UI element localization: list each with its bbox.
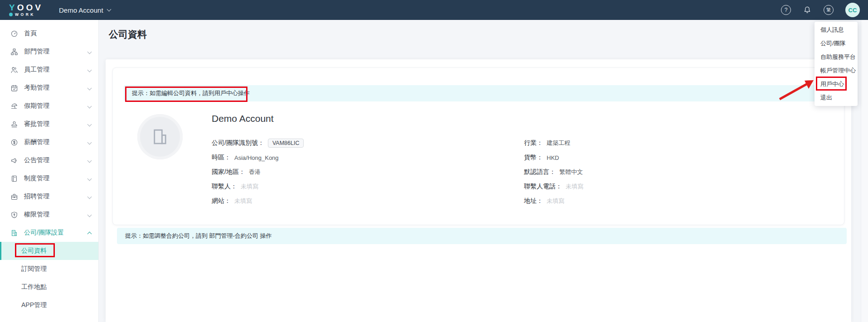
sidebar-item-label: 考勤管理 <box>24 84 49 92</box>
users-icon <box>10 66 18 74</box>
notification-bell-icon[interactable] <box>803 5 812 14</box>
chevron-down-icon <box>107 7 111 11</box>
field-row-address: 地址： 未填寫 <box>524 194 583 208</box>
sidebar-item-label: 假期管理 <box>24 102 49 110</box>
chevron-down-icon <box>87 67 92 72</box>
chevron-down-icon <box>87 49 92 54</box>
sidebar-item-home[interactable]: 首頁 <box>0 24 98 43</box>
edit-tip-text: 提示：如需編輯公司資料，請到用戶中心操作 <box>132 89 250 97</box>
company-name: Demo Account <box>212 113 274 124</box>
sidebar-item-company-settings[interactable]: 公司/團隊設置 <box>0 224 98 242</box>
sidebar-subitem-company-profile[interactable]: 公司資料 <box>0 242 98 260</box>
vertical-scrollbar[interactable] <box>861 20 868 322</box>
sidebar-item-label: 公告管理 <box>24 156 49 164</box>
field-row-currency: 貨幣： HKD <box>524 150 583 165</box>
menu-item-self-service[interactable]: 自助服務平台 <box>815 50 858 64</box>
account-switcher[interactable]: Demo Account <box>59 6 111 14</box>
company-avatar <box>137 114 183 159</box>
content-panel: 提示：如需編輯公司資料，請到用戶中心操作 Demo Account 公司/團隊識… <box>106 59 851 322</box>
sidebar-subitem-subscription[interactable]: 訂閱管理 <box>0 260 98 278</box>
language-icon[interactable]: 繁 <box>824 5 834 15</box>
sidebar-item-label: 權限管理 <box>24 211 49 219</box>
account-switcher-label: Demo Account <box>59 6 103 14</box>
field-row-country: 國家/地區： 香港 <box>212 165 304 179</box>
chevron-down-icon <box>87 104 92 108</box>
field-row-contact-phone: 聯繫人電話： 未填寫 <box>524 179 583 194</box>
sidebar-item-permissions[interactable]: 權限管理 <box>0 206 98 224</box>
chevron-down-icon <box>87 176 92 181</box>
menu-item-user-center[interactable]: 用戶中心 <box>815 77 858 91</box>
sidebar-item-approvals[interactable]: 審批管理 <box>0 115 98 133</box>
field-row-timezone: 時區： Asia/Hong_Kong <box>212 150 304 165</box>
sidebar-item-label: 制度管理 <box>24 174 49 183</box>
edit-tip-banner: 提示：如需編輯公司資料，請到用戶中心操作 <box>124 85 833 101</box>
logo-wordmark: YOOV <box>9 3 48 12</box>
logo-dot-icon <box>9 13 13 16</box>
chevron-down-icon <box>87 140 92 144</box>
shield-key-icon <box>10 211 18 219</box>
company-fields-left: 公司/團隊識別號： VAM86LIC 時區： Asia/Hong_Kong 國家… <box>212 136 304 208</box>
company-id-badge: VAM86LIC <box>268 139 304 148</box>
field-row-contact: 聯繫人： 未填寫 <box>212 179 304 194</box>
field-row-default-language: 默認語言： 繁體中文 <box>524 165 583 179</box>
sidebar-subitem-label: 公司資料 <box>21 247 47 255</box>
stamp-icon <box>10 120 18 128</box>
chevron-down-icon <box>87 158 92 163</box>
building-icon <box>10 229 18 237</box>
field-row-website: 網站： 未填寫 <box>212 194 304 208</box>
user-dropdown-menu: 個人訊息 公司/團隊 自助服務平台 帳戶管理中心 用戶中心 退出 <box>815 22 858 106</box>
sidebar-item-employees[interactable]: 員工管理 <box>0 61 98 79</box>
menu-item-company-team[interactable]: 公司/團隊 <box>815 37 858 50</box>
sidebar-item-label: 公司/團隊設置 <box>24 229 64 237</box>
company-info-card: 提示：如需編輯公司資料，請到用戶中心操作 Demo Account 公司/團隊識… <box>112 67 844 225</box>
sidebar-item-label: 部門管理 <box>24 48 49 56</box>
sidebar: 首頁 部門管理 員工管理 考勤管理 假期管理 審批管理 <box>0 20 99 322</box>
menu-item-account-center[interactable]: 帳戶管理中心 <box>815 64 858 77</box>
chevron-down-icon <box>87 122 92 126</box>
sidebar-item-attendance[interactable]: 考勤管理 <box>0 79 98 97</box>
field-row-industry: 行業： 建築工程 <box>524 136 583 150</box>
sidebar-subitem-label: 工作地點 <box>21 283 47 291</box>
sidebar-item-departments[interactable]: 部門管理 <box>0 43 98 61</box>
chevron-down-icon <box>87 212 92 217</box>
chevron-down-icon <box>87 194 92 199</box>
chevron-up-icon <box>87 231 92 236</box>
user-avatar[interactable]: CC <box>845 3 860 17</box>
yoov-logo[interactable]: YOOV WORK <box>9 3 48 17</box>
menu-item-logout[interactable]: 退出 <box>815 91 858 105</box>
sidebar-subitem-work-locations[interactable]: 工作地點 <box>0 278 98 296</box>
contract-tip-text: 提示：如需調整合約公司，請到 部門管理-合約公司 操作 <box>125 232 272 240</box>
megaphone-icon <box>10 156 18 164</box>
company-fields-right: 行業： 建築工程 貨幣： HKD 默認語言： 繁體中文 聯繫人電話： 未填寫 地… <box>524 136 583 208</box>
top-bar: YOOV WORK Demo Account ? 繁 CC <box>0 0 868 20</box>
sidebar-item-payroll[interactable]: 薪酬管理 <box>0 133 98 151</box>
topbar-actions: ? 繁 CC <box>781 3 860 17</box>
sidebar-item-label: 首頁 <box>24 29 37 38</box>
beach-umbrella-icon <box>10 102 18 110</box>
sidebar-item-announcements[interactable]: 公告管理 <box>0 151 98 169</box>
sidebar-item-label: 薪酬管理 <box>24 138 49 146</box>
dollar-circle-icon <box>10 138 18 146</box>
sidebar-item-label: 招聘管理 <box>24 192 49 201</box>
org-chart-icon <box>10 48 18 56</box>
sidebar-item-policies[interactable]: 制度管理 <box>0 169 98 187</box>
calendar-check-icon <box>10 84 18 92</box>
page-title: 公司資料 <box>109 28 147 41</box>
sidebar-item-recruitment[interactable]: 招聘管理 <box>0 187 98 206</box>
menu-item-personal-info[interactable]: 個人訊息 <box>815 23 858 37</box>
sidebar-item-leave[interactable]: 假期管理 <box>0 97 98 115</box>
sidebar-item-label: 審批管理 <box>24 120 49 128</box>
sidebar-subitem-label: 訂閱管理 <box>21 265 47 273</box>
briefcase-icon <box>10 192 18 201</box>
help-icon[interactable]: ? <box>781 5 791 15</box>
field-row-company-id: 公司/團隊識別號： VAM86LIC <box>212 136 304 150</box>
contract-company-tip-banner: 提示：如需調整合約公司，請到 部門管理-合約公司 操作 <box>117 228 847 244</box>
chevron-down-icon <box>87 86 92 90</box>
home-gauge-icon <box>10 29 18 38</box>
sidebar-subitem-app-management[interactable]: APP管理 <box>0 296 98 314</box>
sidebar-subitem-label: APP管理 <box>21 301 47 309</box>
logo-subtitle: WORK <box>15 12 35 17</box>
notebook-icon <box>10 174 18 183</box>
sidebar-item-label: 員工管理 <box>24 66 49 74</box>
